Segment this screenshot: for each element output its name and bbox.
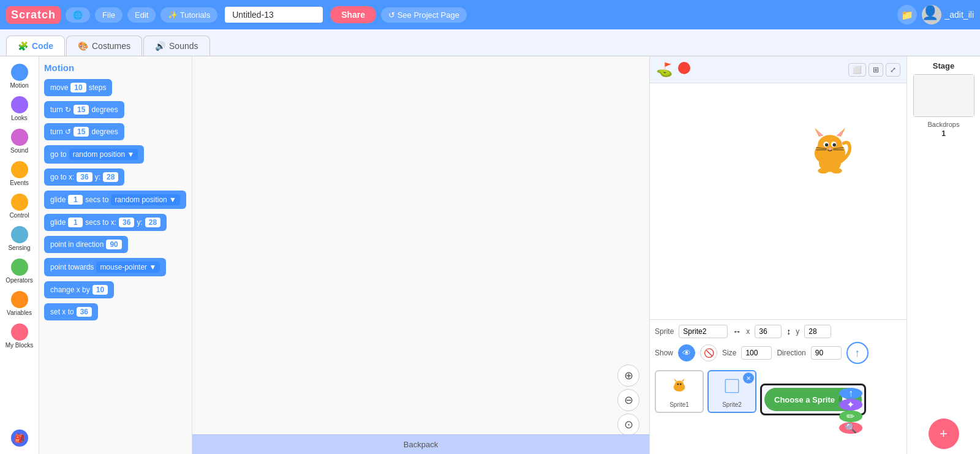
move-block[interactable]: move 10 steps — [44, 79, 112, 96]
stage-title-label: Stage — [933, 61, 954, 70]
y-arrow-icon: ↕ — [786, 327, 791, 336]
red-stop-button[interactable] — [677, 61, 691, 78]
svg-point-0 — [678, 62, 690, 74]
block-turn-ccw[interactable]: turn ↺ 15 degrees — [44, 123, 187, 140]
code-tab-label: Code — [32, 41, 53, 51]
block-change-x[interactable]: change x by 10 — [44, 281, 187, 298]
zoom-controls: ⊕ ⊖ ⊙ — [617, 365, 639, 436]
choose-sprite-label: Choose a Sprite — [774, 395, 835, 404]
share-button[interactable]: Share — [330, 6, 376, 23]
normal-view-button[interactable]: ⊞ — [869, 63, 883, 77]
sprite-thumb-sprite2[interactable]: ✕ Sprite2 — [707, 370, 756, 413]
sidebar-item-sensing[interactable]: Sensing — [1, 224, 38, 254]
zoom-out-button[interactable]: ⊖ — [617, 389, 639, 411]
see-project-page-button[interactable]: ↺ See Project Page — [381, 7, 467, 23]
sidebar-item-operators[interactable]: Operators — [1, 256, 38, 286]
block-point-dir[interactable]: point in direction 90 — [44, 236, 187, 253]
size-label: Size — [722, 349, 736, 357]
sprite-name-input[interactable] — [679, 325, 728, 338]
sprite-info-row: Sprite ↔ x ↕ y — [655, 325, 902, 338]
side-add-buttons: ↑ ✦ ✏ 🔍 — [837, 385, 864, 414]
block-glide-xy[interactable]: glide 1 secs to x: 36 y: 28 — [44, 214, 187, 231]
direction-input[interactable] — [811, 346, 842, 360]
turn-cw-block[interactable]: turn ↻ 15 degrees — [44, 101, 124, 118]
scratch-logo[interactable]: Scratch — [6, 6, 61, 24]
block-goto-xy[interactable]: go to x: 36 y: 28 — [44, 168, 187, 186]
globe-button[interactable]: 🌐 — [66, 7, 90, 23]
sidebar-item-control[interactable]: Control — [1, 191, 38, 221]
green-flag-icon: ⛳ — [656, 62, 673, 77]
code-area[interactable]: ⊕ ⊖ ⊙ Backpack — [192, 56, 649, 454]
looks-dot — [11, 96, 28, 113]
stage-view-buttons: ⬜ ⊞ ⤢ — [848, 63, 900, 77]
sidebar-item-motion[interactable]: Motion — [1, 61, 38, 91]
search-sprite-button[interactable]: 🔍 — [839, 422, 862, 434]
goto-block[interactable]: go to random position ▼ — [44, 145, 144, 164]
sidebar-item-events[interactable]: Events — [1, 159, 38, 189]
glide-pos-block[interactable]: glide 1 secs to random position ▼ — [44, 191, 186, 209]
sprites-list: Sprite1 ✕ Sprite2 — [655, 368, 756, 415]
add-backdrop-button[interactable]: + — [929, 418, 959, 449]
block-turn-cw[interactable]: turn ↻ 15 degrees — [44, 101, 187, 118]
file-menu-button[interactable]: File — [95, 7, 123, 23]
edit-menu-button[interactable]: Edit — [127, 7, 156, 23]
sprite-thumb-sprite1[interactable]: Sprite1 — [655, 370, 704, 413]
sidebar-item-looks[interactable]: Looks — [1, 94, 38, 124]
svg-point-11 — [828, 148, 831, 150]
tab-costumes[interactable]: 🎨 Costumes — [66, 36, 142, 56]
paint-sprite-button[interactable]: ✏ — [839, 410, 862, 422]
events-label: Events — [10, 180, 29, 186]
backpack-bar[interactable]: Backpack — [192, 434, 649, 454]
folder-button[interactable]: 📁 — [897, 5, 917, 25]
operators-label: Operators — [6, 277, 32, 284]
block-goto[interactable]: go to random position ▼ — [44, 145, 187, 164]
stage-header: ⛳ ⬜ ⊞ ⤢ — [650, 56, 907, 83]
show-visible-button[interactable]: 👁 — [678, 344, 695, 361]
tab-code[interactable]: 🧩 Code — [6, 36, 65, 56]
sidebar-item-sound[interactable]: Sound — [1, 126, 38, 156]
zoom-in-button[interactable]: ⊕ — [617, 365, 639, 387]
block-set-x[interactable]: set x to 36 — [44, 303, 187, 320]
smaller-view-button[interactable]: ⬜ — [848, 63, 866, 77]
tutorials-button[interactable]: ✨ Tutorials — [160, 7, 217, 23]
block-move[interactable]: move 10 steps — [44, 79, 187, 96]
variables-label: Variables — [7, 309, 32, 316]
motion-dot — [11, 64, 28, 81]
sidebar-item-variables[interactable]: Variables — [1, 289, 38, 319]
turn-ccw-block[interactable]: turn ↺ 15 degrees — [44, 123, 124, 140]
y-value-input[interactable] — [804, 325, 831, 338]
code-tab-icon: 🧩 — [18, 41, 28, 51]
x-value-input[interactable] — [755, 325, 782, 338]
sidebar-item-my-blocks[interactable]: My Blocks — [1, 321, 38, 351]
backdrops-count: 1 — [941, 129, 946, 138]
size-input[interactable] — [741, 346, 772, 360]
sprite2-delete-button[interactable]: ✕ — [743, 373, 754, 384]
green-flag-button[interactable]: ⛳ — [656, 61, 673, 78]
change-x-block[interactable]: change x by 10 — [44, 281, 114, 298]
globe-icon: 🌐 — [73, 10, 83, 20]
variables-dot — [11, 291, 28, 308]
stage-controls: ⛳ — [656, 61, 691, 78]
avatar: 👤 — [922, 5, 941, 25]
show-hidden-button[interactable]: 🚫 — [700, 344, 717, 361]
goto-xy-block[interactable]: go to x: 36 y: 28 — [44, 168, 124, 186]
add-backdrop-area: + — [912, 418, 975, 449]
glide-xy-block[interactable]: glide 1 secs to x: 36 y: 28 — [44, 214, 167, 231]
point-towards-block[interactable]: point towards mouse-pointer ▼ — [44, 258, 166, 276]
fullscreen-button[interactable]: ⤢ — [886, 63, 900, 77]
block-point-towards[interactable]: point towards mouse-pointer ▼ — [44, 258, 187, 276]
direction-rotate-button[interactable]: ↑ — [846, 342, 869, 364]
point-dir-block[interactable]: point in direction 90 — [44, 236, 128, 253]
zoom-fit-button[interactable]: ⊙ — [617, 414, 639, 436]
upload-sprite-button[interactable]: ↑ — [839, 388, 862, 399]
backpack-button[interactable]: 🎒 — [1, 427, 38, 449]
surprise-sprite-button[interactable]: ✦ — [839, 399, 862, 410]
project-name-input[interactable] — [225, 7, 323, 23]
set-x-block[interactable]: set x to 36 — [44, 303, 98, 320]
tab-sounds[interactable]: 🔊 Sounds — [143, 36, 209, 56]
svg-point-2 — [818, 135, 842, 154]
stage-mini-thumbnail[interactable] — [913, 74, 974, 117]
blocks-panel: Motion move 10 steps turn ↻ 15 degrees t… — [39, 56, 192, 454]
sounds-tab-label: Sounds — [169, 41, 198, 51]
block-glide-pos[interactable]: glide 1 secs to random position ▼ — [44, 191, 187, 209]
